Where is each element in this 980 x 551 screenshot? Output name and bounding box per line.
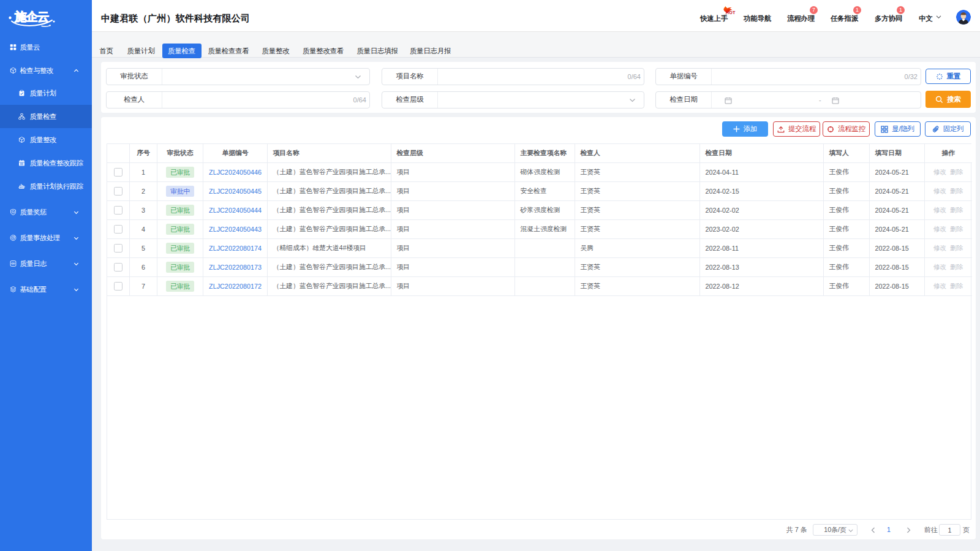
svg-text:施企云: 施企云 [14,10,49,23]
svg-text:HOT: HOT [726,10,736,15]
